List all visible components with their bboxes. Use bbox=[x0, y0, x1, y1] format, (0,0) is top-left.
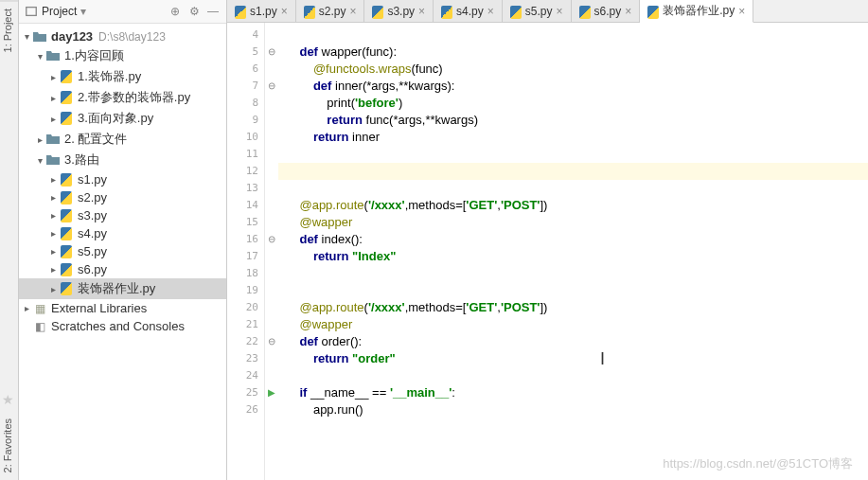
tree-file[interactable]: ▸s4.py bbox=[19, 224, 226, 242]
line-number[interactable]: 22 bbox=[227, 333, 258, 350]
tree-folder[interactable]: ▸ 2. 配置文件 bbox=[19, 129, 226, 150]
close-icon[interactable]: × bbox=[487, 5, 494, 18]
line-gutter: 4567891011121314151617181920212223242526 bbox=[227, 23, 265, 480]
line-number[interactable]: 12 bbox=[227, 163, 258, 180]
python-file-icon bbox=[59, 209, 74, 222]
chevron-right-icon[interactable]: ▸ bbox=[34, 134, 45, 145]
favorites-tool-button[interactable]: 2: Favorites bbox=[0, 411, 18, 480]
hide-icon[interactable]: — bbox=[205, 4, 221, 19]
fold-icon[interactable]: ⊖ bbox=[265, 333, 278, 350]
line-number[interactable]: 7 bbox=[227, 78, 258, 95]
line-number[interactable]: 6 bbox=[227, 61, 258, 78]
scratches-consoles[interactable]: ▸ ◧ Scratches and Consoles bbox=[19, 317, 226, 335]
chevron-right-icon[interactable]: ▸ bbox=[47, 246, 59, 257]
sidebar-title[interactable]: Project ▾ bbox=[42, 5, 164, 18]
close-icon[interactable]: × bbox=[625, 5, 631, 18]
line-number[interactable]: 4 bbox=[227, 27, 258, 44]
tab-label: s6.py bbox=[594, 5, 622, 18]
line-number[interactable]: 17 bbox=[227, 248, 258, 265]
editor-tab[interactable]: s6.py× bbox=[572, 0, 641, 22]
chevron-right-icon[interactable]: ▸ bbox=[47, 114, 59, 124]
chevron-down-icon[interactable]: ▾ bbox=[34, 155, 45, 166]
gear-icon[interactable]: ⚙ bbox=[186, 4, 202, 19]
fold-spacer bbox=[265, 265, 278, 282]
folder-icon bbox=[32, 30, 47, 44]
folder-icon bbox=[45, 153, 61, 167]
line-number[interactable]: 14 bbox=[227, 197, 258, 214]
chevron-right-icon[interactable]: ▸ bbox=[47, 228, 59, 239]
line-number[interactable]: 11 bbox=[227, 146, 258, 163]
tree-file[interactable]: ▸s5.py bbox=[19, 242, 226, 260]
line-number[interactable]: 8 bbox=[227, 95, 258, 112]
fold-spacer bbox=[265, 61, 278, 78]
fold-spacer bbox=[265, 197, 278, 214]
tree-folder[interactable]: ▾ 1.内容回顾 bbox=[19, 45, 226, 66]
editor-tab[interactable]: s1.py× bbox=[227, 0, 296, 22]
editor-tab[interactable]: s5.py× bbox=[503, 0, 572, 22]
line-number[interactable]: 21 bbox=[227, 316, 258, 333]
python-file-icon bbox=[59, 70, 74, 83]
chevron-right-icon[interactable]: ▸ bbox=[47, 174, 59, 185]
tree-root[interactable]: ▾ day123 D:\s8\day123 bbox=[19, 27, 226, 45]
line-number[interactable]: 5 bbox=[227, 44, 258, 61]
line-number[interactable]: 24 bbox=[227, 367, 258, 384]
fold-spacer bbox=[265, 401, 278, 418]
editor-tab[interactable]: s3.py× bbox=[364, 0, 434, 22]
line-number[interactable]: 15 bbox=[227, 214, 258, 231]
python-file-icon bbox=[59, 263, 74, 276]
collapse-icon[interactable]: ⊕ bbox=[168, 4, 183, 19]
close-icon[interactable]: × bbox=[738, 5, 745, 18]
tab-label: s1.py bbox=[250, 5, 277, 18]
chevron-down-icon[interactable]: ▾ bbox=[21, 31, 32, 42]
tree-file[interactable]: ▸1.装饰器.py bbox=[19, 66, 226, 87]
project-tool-button[interactable]: 1: Project bbox=[0, 0, 18, 60]
close-icon[interactable]: × bbox=[281, 5, 288, 18]
tree-file[interactable]: ▸2.带参数的装饰器.py bbox=[19, 87, 226, 108]
chevron-down-icon[interactable]: ▾ bbox=[34, 51, 45, 62]
chevron-right-icon[interactable]: ▸ bbox=[47, 210, 59, 221]
editor-tab[interactable]: s2.py× bbox=[296, 0, 365, 22]
python-file-icon bbox=[235, 6, 246, 17]
run-gutter-icon[interactable]: ▶ bbox=[265, 384, 278, 401]
chevron-right-icon[interactable]: ▸ bbox=[47, 264, 59, 275]
chevron-right-icon[interactable]: ▸ bbox=[47, 93, 59, 103]
line-number[interactable]: 25 bbox=[227, 384, 258, 401]
chevron-right-icon[interactable]: ▸ bbox=[47, 72, 59, 82]
tree-file[interactable]: ▸s6.py bbox=[19, 260, 226, 278]
tree-file[interactable]: ▸装饰器作业.py bbox=[19, 278, 226, 299]
close-icon[interactable]: × bbox=[557, 5, 563, 18]
line-number[interactable]: 20 bbox=[227, 299, 258, 316]
python-file-icon bbox=[59, 173, 74, 187]
close-icon[interactable]: × bbox=[349, 5, 356, 18]
tree-file[interactable]: ▸s2.py bbox=[19, 188, 226, 206]
line-number[interactable]: 9 bbox=[227, 112, 258, 129]
external-libraries[interactable]: ▸ ▦ External Libraries bbox=[19, 299, 226, 317]
chevron-right-icon[interactable]: ▸ bbox=[47, 192, 59, 203]
fold-icon[interactable]: ⊖ bbox=[265, 44, 278, 61]
python-file-icon bbox=[59, 245, 74, 258]
tree-file[interactable]: ▸s3.py bbox=[19, 206, 226, 224]
close-icon[interactable]: × bbox=[418, 5, 425, 18]
chevron-right-icon[interactable]: ▸ bbox=[21, 303, 32, 313]
fold-icon[interactable]: ⊖ bbox=[265, 78, 278, 95]
line-number[interactable]: 26 bbox=[227, 401, 258, 418]
tree-file[interactable]: ▸s1.py bbox=[19, 170, 226, 188]
line-number[interactable]: 18 bbox=[227, 265, 258, 282]
tree-file[interactable]: ▸3.面向对象.py bbox=[19, 108, 226, 129]
fold-spacer bbox=[265, 180, 278, 197]
editor-tab[interactable]: 装饰器作业.py× bbox=[640, 0, 753, 23]
line-number[interactable]: 16 bbox=[227, 231, 258, 248]
line-number[interactable]: 19 bbox=[227, 282, 258, 299]
tab-label: 装饰器作业.py bbox=[663, 3, 735, 19]
chevron-right-icon[interactable]: ▸ bbox=[47, 284, 59, 294]
line-number[interactable]: 10 bbox=[227, 129, 258, 146]
scratch-icon: ◧ bbox=[32, 320, 47, 333]
line-number[interactable]: 23 bbox=[227, 350, 258, 367]
editor-tab[interactable]: s4.py× bbox=[434, 0, 503, 22]
fold-icon[interactable]: ⊖ bbox=[265, 231, 278, 248]
code-editor[interactable]: def wapper(func): @functools.wraps(func)… bbox=[278, 23, 868, 480]
fold-spacer bbox=[265, 299, 278, 316]
line-number[interactable]: 13 bbox=[227, 180, 258, 197]
tree-folder[interactable]: ▾ 3.路由 bbox=[19, 150, 226, 170]
tool-window-bar: 1: Project ★ 2: Favorites bbox=[0, 0, 19, 480]
